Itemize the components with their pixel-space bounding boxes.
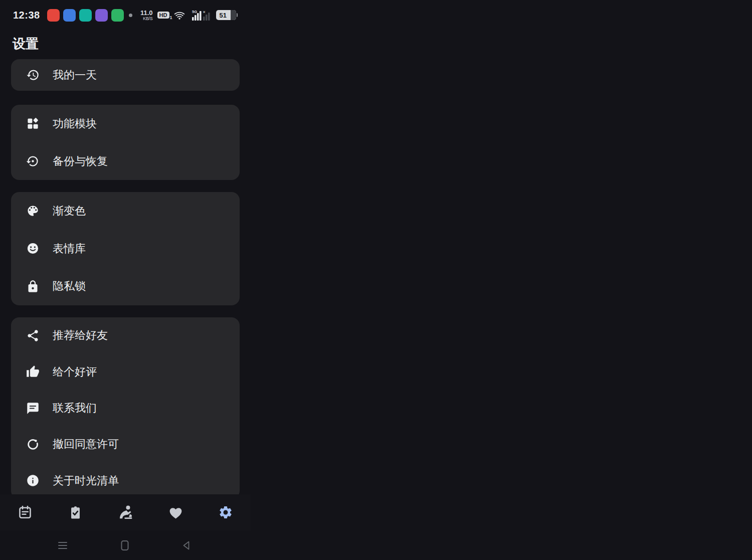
wifi-icon <box>174 11 185 20</box>
chat-icon <box>26 402 40 415</box>
thumb-up-icon <box>26 365 40 379</box>
nav-settings[interactable] <box>201 505 251 520</box>
palette-icon <box>26 204 40 218</box>
settings-item-gradient-color[interactable]: 渐变色 <box>11 192 240 230</box>
history-icon <box>26 68 40 82</box>
settings-item-label: 联系我们 <box>53 401 97 416</box>
settings-card: 功能模块 备份与恢复 <box>11 105 240 180</box>
settings-card: 我的一天 <box>11 59 240 91</box>
settings-item-about[interactable]: 关于时光清单 <box>11 463 240 499</box>
settings-item-recommend[interactable]: 推荐给好友 <box>11 317 240 353</box>
app-notification-icon <box>79 9 92 22</box>
settings-item-label: 渐变色 <box>53 204 86 219</box>
app-notification-icon <box>111 9 124 22</box>
modules-icon <box>26 117 40 130</box>
settings-item-withdraw-consent[interactable]: 撤回同意许可 <box>11 426 240 462</box>
triple-screenshot-stage: 12:38 24.0 KB/S HD1 5G × <box>0 0 752 560</box>
settings-item-label: 推荐给好友 <box>53 328 108 343</box>
app-notification-icon <box>95 9 108 22</box>
settings-card: 推荐给好友 给个好评 联系我们 撤回同意许可 关于时光清单 <box>11 317 240 499</box>
settings-item-label: 隐私锁 <box>53 279 86 294</box>
settings-item-rate-us[interactable]: 给个好评 <box>11 353 240 390</box>
app-notification-icon <box>63 9 76 22</box>
settings-item-emoji-library[interactable]: 表情库 <box>11 230 240 267</box>
home-icon[interactable] <box>120 539 130 551</box>
notification-app-icons <box>47 9 124 22</box>
lock-icon <box>26 280 40 293</box>
hd-voice-icon: HD1 <box>157 12 169 19</box>
settings-item-backup-restore[interactable]: 备份与恢复 <box>11 142 240 180</box>
android-nav-bar <box>0 530 251 560</box>
nav-focus[interactable] <box>100 504 150 521</box>
nav-tasks[interactable] <box>50 505 100 520</box>
settings-card: 渐变色 表情库 隐私锁 <box>11 192 240 305</box>
settings-item-label: 功能模块 <box>53 116 97 131</box>
settings-item-label: 给个好评 <box>53 364 97 380</box>
bottom-nav <box>0 494 251 530</box>
settings-item-label: 表情库 <box>53 241 86 256</box>
info-icon <box>26 474 40 487</box>
revoke-icon <box>26 438 40 451</box>
nav-calendar[interactable] <box>0 505 50 520</box>
nav-favorites[interactable] <box>150 505 201 520</box>
emoji-icon <box>26 242 40 255</box>
settings-item-label: 备份与恢复 <box>53 154 108 169</box>
page-title: 设置 <box>13 35 39 53</box>
network-speed: 11.0 KB/S <box>140 10 153 21</box>
status-bar: 12:38 11.0 KB/S HD1 5G × <box>0 0 251 30</box>
restore-icon <box>26 154 40 168</box>
back-icon[interactable] <box>181 540 192 551</box>
settings-item-privacy-lock[interactable]: 隐私锁 <box>11 268 240 305</box>
svg-text:×: × <box>203 10 205 15</box>
settings-item-label: 关于时光清单 <box>53 473 119 488</box>
battery-icon: 51 <box>215 10 238 20</box>
signal-bars-icon: 5G × <box>190 10 211 21</box>
svg-text:5G: 5G <box>192 10 197 14</box>
settings-item-label: 撤回同意许可 <box>53 437 119 452</box>
screen-settings: 12:38 11.0 KB/S HD1 5G × <box>0 0 251 560</box>
settings-item-contact-us[interactable]: 联系我们 <box>11 390 240 426</box>
settings-item-modules[interactable]: 功能模块 <box>11 105 240 142</box>
menu-icon[interactable] <box>57 541 68 550</box>
settings-item-my-day[interactable]: 我的一天 <box>11 59 240 91</box>
notification-dot <box>129 14 132 17</box>
clock-time: 12:38 <box>13 10 40 21</box>
settings-item-label: 我的一天 <box>53 68 97 83</box>
app-notification-icon <box>47 9 60 22</box>
share-icon <box>26 329 40 342</box>
